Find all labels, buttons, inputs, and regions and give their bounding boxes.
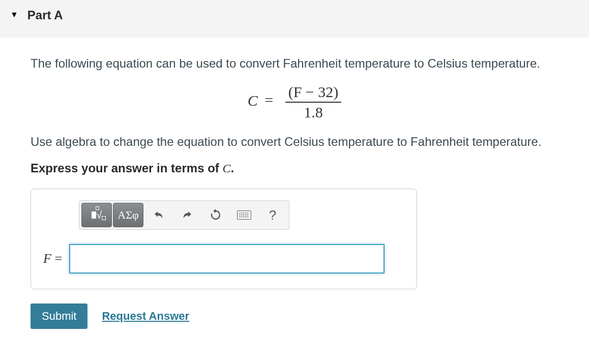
greek-symbols-label: ΑΣφ [117,208,138,222]
undo-button[interactable] [144,203,173,227]
redo-icon [181,210,193,220]
equation-display: C = (F − 32) 1.8 [31,83,558,121]
answer-equals: = [51,251,62,266]
equation-equals: = [264,92,273,108]
question-content: The following equation can be used to co… [0,38,589,339]
equation-numerator: (F − 32) [285,83,342,103]
help-button[interactable]: ? [258,203,287,227]
equation-denominator: 1.8 [285,103,342,121]
redo-button[interactable] [173,203,201,227]
equation-fraction: (F − 32) 1.8 [285,83,342,121]
submit-button[interactable]: Submit [31,304,87,329]
instruction-variable: C [222,162,230,175]
equation-lhs: C [248,92,258,108]
action-row: Submit Request Answer [31,304,558,329]
part-title: Part A [27,8,63,22]
answer-input[interactable] [69,244,385,274]
prompt-task: Use algebra to change the equation to co… [31,133,558,150]
collapse-toggle-icon[interactable]: ▼ [10,10,18,19]
answer-lhs-var: F [43,251,51,266]
reset-icon [210,209,222,221]
answer-panel: √ ΑΣφ [31,189,417,289]
keyboard-icon [237,210,251,220]
answer-input-row: F = [43,244,404,274]
undo-icon [153,210,165,220]
answer-instruction: Express your answer in terms of C. [31,161,558,175]
instruction-prefix: Express your answer in terms of [31,161,222,175]
templates-button[interactable]: √ [81,203,112,227]
help-icon: ? [269,207,276,223]
part-header: ▼ Part A [0,0,589,38]
greek-symbols-button[interactable]: ΑΣφ [113,203,143,227]
templates-icon: √ [92,209,102,221]
reset-button[interactable] [201,203,230,227]
request-answer-link[interactable]: Request Answer [102,310,189,323]
prompt-intro: The following equation can be used to co… [31,55,558,72]
equation-toolbar: √ ΑΣφ [79,200,289,230]
keyboard-button[interactable] [230,203,258,227]
instruction-suffix: . [231,161,234,175]
answer-lhs: F = [43,251,62,266]
